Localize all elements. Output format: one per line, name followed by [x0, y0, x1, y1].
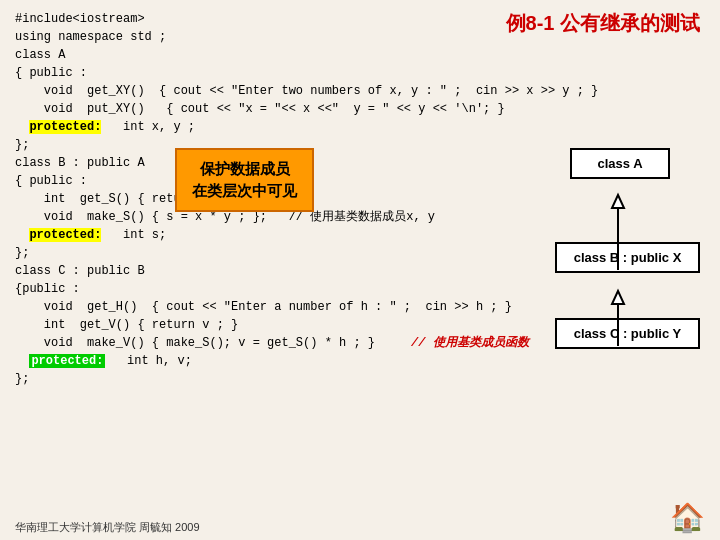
main-container: 例8-1 公有继承的测试 #include<iostream> using na… — [0, 0, 720, 540]
tooltip-line1: 保护数据成员 — [192, 158, 297, 180]
house-icon: 🏠 — [670, 501, 705, 535]
tooltip-line2: 在类层次中可见 — [192, 180, 297, 202]
code-line-5: void get_XY() { cout << "Enter two numbe… — [15, 82, 705, 100]
code-line-20: protected: int h, v; — [15, 352, 705, 370]
code-line-7: protected: int x, y ; — [15, 118, 705, 136]
protected-keyword-1: protected: — [29, 120, 101, 134]
code-line-2: using namespace std ; — [15, 28, 705, 46]
protected-keyword-3: protected: — [29, 354, 105, 368]
code-line-11: int get_S() { return s ; }; — [15, 190, 705, 208]
class-box-c: class C : public Y — [555, 318, 700, 349]
code-line-16: {public : — [15, 280, 705, 298]
class-box-a: class A — [570, 148, 670, 179]
footer: 华南理工大学计算机学院 周毓知 2009 — [15, 520, 200, 535]
code-line-12: void make_S() { s = x * y ; }; // 使用基类数据… — [15, 208, 705, 226]
code-line-21: }; — [15, 370, 705, 388]
code-line-17: void get_H() { cout << "Enter a number o… — [15, 298, 705, 316]
code-line-4: { public : — [15, 64, 705, 82]
code-line-6: void put_XY() { cout << "x = "<< x <<" y… — [15, 100, 705, 118]
code-line-3: class A — [15, 46, 705, 64]
comment-make-v: // 使用基类成员函数 — [411, 336, 529, 350]
class-box-b: class B : public X — [555, 242, 700, 273]
code-line-1: #include<iostream> — [15, 10, 705, 28]
tooltip-box: 保护数据成员 在类层次中可见 — [175, 148, 314, 212]
protected-keyword-2: protected: — [29, 228, 101, 242]
